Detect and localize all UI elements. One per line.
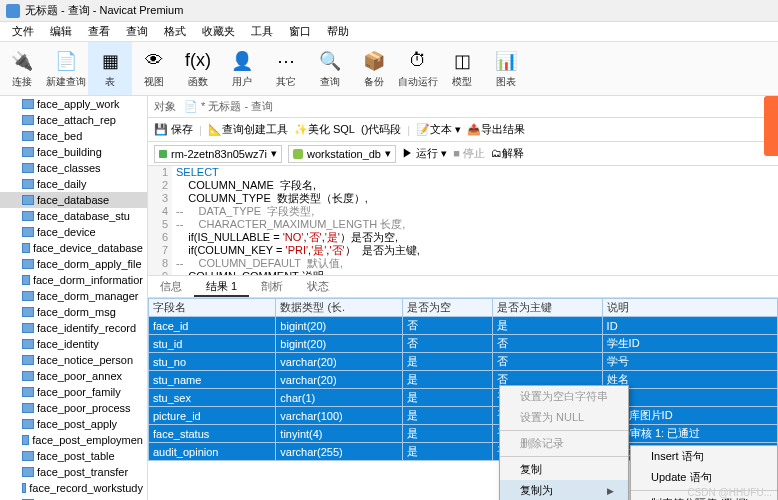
tree-item[interactable]: face_building xyxy=(0,144,147,160)
cell[interactable]: 否 xyxy=(493,353,602,371)
cell[interactable]: 是 xyxy=(402,353,493,371)
tree-item[interactable]: face_dorm_apply_file xyxy=(0,256,147,272)
tree-item[interactable]: face_device_database xyxy=(0,240,147,256)
toolbar-视图[interactable]: 👁视图 xyxy=(132,42,176,95)
column-header[interactable]: 数据类型 (长. xyxy=(276,299,402,317)
run-button[interactable]: ▶ 运行 ▾ xyxy=(402,146,447,161)
menu-copy[interactable]: 复制 xyxy=(500,459,628,480)
tab-profile[interactable]: 剖析 xyxy=(249,276,295,297)
toolbar-图表[interactable]: 📊图表 xyxy=(484,42,528,95)
toolbar-新建查询[interactable]: 📄新建查询 xyxy=(44,42,88,95)
toolbar-其它[interactable]: ⋯其它 xyxy=(264,42,308,95)
cell[interactable]: char(1) xyxy=(276,389,402,407)
export-button[interactable]: 📤导出结果 xyxy=(467,122,525,137)
tree-item[interactable]: face_dorm_manager xyxy=(0,288,147,304)
cell[interactable]: 是 xyxy=(402,443,493,461)
menu-文件[interactable]: 文件 xyxy=(4,22,42,41)
toolbar-用户[interactable]: 👤用户 xyxy=(220,42,264,95)
menu-编辑[interactable]: 编辑 xyxy=(42,22,80,41)
cell[interactable]: ID xyxy=(602,317,777,335)
tree-item[interactable]: face_poor_process xyxy=(0,400,147,416)
tab-status[interactable]: 状态 xyxy=(295,276,341,297)
menu-窗口[interactable]: 窗口 xyxy=(281,22,319,41)
table-row[interactable]: face_statustinyint(4)是否0: 待审核 1: 已通过 xyxy=(149,425,778,443)
cell[interactable]: 是 xyxy=(402,407,493,425)
toolbar-函数[interactable]: f(x)函数 xyxy=(176,42,220,95)
tab-objects[interactable]: 对象 xyxy=(154,99,176,114)
explain-button[interactable]: 🗂解释 xyxy=(491,146,524,161)
table-row[interactable]: stu_idbigint(20)否否学生ID xyxy=(149,335,778,353)
table-row[interactable]: picture_idvarchar(100)是否人脸库图片ID xyxy=(149,407,778,425)
menu-set-blank[interactable]: 设置为空白字符串 xyxy=(500,386,628,407)
tree-item[interactable]: face_post_apply xyxy=(0,416,147,432)
cell[interactable]: audit_opinion xyxy=(149,443,276,461)
sql-editor[interactable]: 123456789 SELECT COLUMN_NAME 字段名, COLUMN… xyxy=(148,166,778,276)
tree-item[interactable]: face_dorm_msg xyxy=(0,304,147,320)
toolbar-查询[interactable]: 🔍查询 xyxy=(308,42,352,95)
cell[interactable]: 否 xyxy=(402,317,493,335)
database-combo[interactable]: workstation_db ▾ xyxy=(288,145,396,163)
cell[interactable]: varchar(100) xyxy=(276,407,402,425)
cell[interactable]: 是 xyxy=(493,317,602,335)
connection-combo[interactable]: rm-2zetn83n05wz7i ▾ xyxy=(154,145,282,163)
tree-item[interactable]: face_post_transfer xyxy=(0,464,147,480)
cell[interactable]: tinyint(4) xyxy=(276,425,402,443)
tree-item[interactable]: face_poor_annex xyxy=(0,368,147,384)
cell[interactable]: face_status xyxy=(149,425,276,443)
cell[interactable]: varchar(20) xyxy=(276,371,402,389)
column-header[interactable]: 说明 xyxy=(602,299,777,317)
code-area[interactable]: SELECT COLUMN_NAME 字段名, COLUMN_TYPE 数据类型… xyxy=(172,166,778,275)
tree-item[interactable]: face_daily xyxy=(0,176,147,192)
cell[interactable]: stu_sex xyxy=(149,389,276,407)
cell[interactable]: picture_id xyxy=(149,407,276,425)
tab-result1[interactable]: 结果 1 xyxy=(194,276,249,297)
tree-item[interactable]: face_post_employmen xyxy=(0,432,147,448)
cell[interactable]: 是 xyxy=(402,371,493,389)
cell[interactable]: varchar(20) xyxy=(276,353,402,371)
table-row[interactable]: stu_namevarchar(20)是否姓名 xyxy=(149,371,778,389)
tree-item[interactable]: face_dorm_informatior xyxy=(0,272,147,288)
tab-query[interactable]: 📄 * 无标题 - 查询 xyxy=(184,99,273,114)
cell[interactable]: stu_id xyxy=(149,335,276,353)
cell[interactable]: 学号 xyxy=(602,353,777,371)
tree-item[interactable]: face_attach_rep xyxy=(0,112,147,128)
tree-item[interactable]: face_repair_note xyxy=(0,496,147,500)
cell[interactable]: stu_name xyxy=(149,371,276,389)
toolbar-自动运行[interactable]: ⏱自动运行 xyxy=(396,42,440,95)
menu-delete[interactable]: 删除记录 xyxy=(500,433,628,454)
save-button[interactable]: 💾 保存 xyxy=(154,122,193,137)
cell[interactable]: 是 xyxy=(402,389,493,407)
column-header[interactable]: 是否为主键 xyxy=(493,299,602,317)
table-row[interactable]: stu_novarchar(20)是否学号 xyxy=(149,353,778,371)
tree-item[interactable]: face_notice_person xyxy=(0,352,147,368)
tree-item[interactable]: face_identity xyxy=(0,336,147,352)
menu-查询[interactable]: 查询 xyxy=(118,22,156,41)
table-row[interactable]: stu_sexchar(1)是否性别 xyxy=(149,389,778,407)
column-header[interactable]: 是否为空 xyxy=(402,299,493,317)
menu-帮助[interactable]: 帮助 xyxy=(319,22,357,41)
cell[interactable]: 否 xyxy=(402,335,493,353)
tree-item[interactable]: face_identify_record xyxy=(0,320,147,336)
toolbar-连接[interactable]: 🔌连接 xyxy=(0,42,44,95)
right-collapse-panel[interactable] xyxy=(764,96,778,156)
tree-item[interactable]: face_record_workstudy xyxy=(0,480,147,496)
text-button[interactable]: 📝文本 ▾ xyxy=(416,122,461,137)
column-header[interactable]: 字段名 xyxy=(149,299,276,317)
tab-message[interactable]: 信息 xyxy=(148,276,194,297)
menu-查看[interactable]: 查看 xyxy=(80,22,118,41)
menu-收藏夹[interactable]: 收藏夹 xyxy=(194,22,243,41)
submenu-insert[interactable]: Insert 语句 xyxy=(631,446,777,467)
table-row[interactable]: face_idbigint(20)否是ID xyxy=(149,317,778,335)
code-segment-button[interactable]: ()代码段 xyxy=(361,122,401,137)
tree-item[interactable]: face_poor_family xyxy=(0,384,147,400)
tree-item[interactable]: face_apply_work xyxy=(0,96,147,112)
cell[interactable]: face_id xyxy=(149,317,276,335)
menu-set-null[interactable]: 设置为 NULL xyxy=(500,407,628,428)
cell[interactable]: 学生ID xyxy=(602,335,777,353)
cell[interactable]: 是 xyxy=(402,425,493,443)
cell[interactable]: bigint(20) xyxy=(276,317,402,335)
object-tree[interactable]: face_apply_workface_attach_repface_bedfa… xyxy=(0,96,148,500)
tree-item[interactable]: face_database xyxy=(0,192,147,208)
menu-copy-as[interactable]: 复制为▶ xyxy=(500,480,628,500)
query-builder-button[interactable]: 📐查询创建工具 xyxy=(208,122,288,137)
